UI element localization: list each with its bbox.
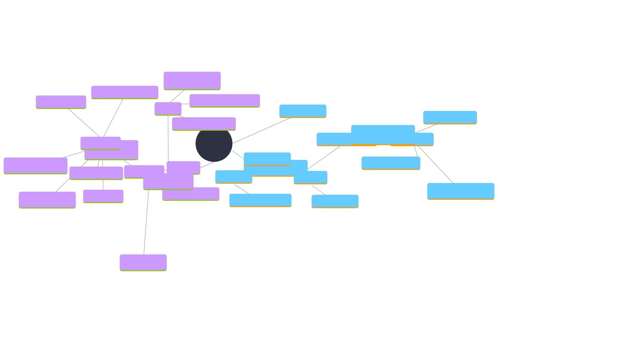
node-role[interactable]	[155, 102, 181, 116]
node-legal-implications[interactable]	[69, 167, 123, 180]
svg-line-7	[102, 96, 125, 139]
node-efficacy[interactable]	[167, 161, 200, 175]
node-efficacy-performance[interactable]	[427, 183, 494, 200]
node-complexity[interactable]	[80, 137, 121, 150]
node-pre-market-research[interactable]	[362, 157, 420, 170]
node-eudamed[interactable]	[215, 170, 252, 184]
node-monitoring-postmarket[interactable]	[164, 72, 221, 90]
node-approval-process[interactable]	[36, 96, 86, 109]
node-product-safety[interactable]	[120, 254, 167, 271]
node-safeguarding-public[interactable]	[172, 117, 236, 131]
node-benefits[interactable]	[294, 171, 327, 184]
node-regulatory-affairs[interactable]	[143, 173, 194, 190]
node-development-clinical[interactable]	[351, 125, 415, 145]
node-evidence-policymaking[interactable]	[91, 86, 158, 99]
node-innovation[interactable]	[83, 190, 123, 203]
node-public-health-impact[interactable]	[19, 192, 76, 208]
node-market-access[interactable]	[244, 153, 291, 166]
node-adapting-guidelines[interactable]	[190, 94, 260, 108]
node-evolving-regulatory[interactable]	[4, 158, 67, 174]
node-improving-transparency[interactable]	[229, 194, 291, 207]
node-medical-devices[interactable]	[279, 105, 326, 118]
node-within-eu[interactable]	[312, 195, 359, 208]
node-post-market-safety[interactable]	[423, 111, 477, 124]
